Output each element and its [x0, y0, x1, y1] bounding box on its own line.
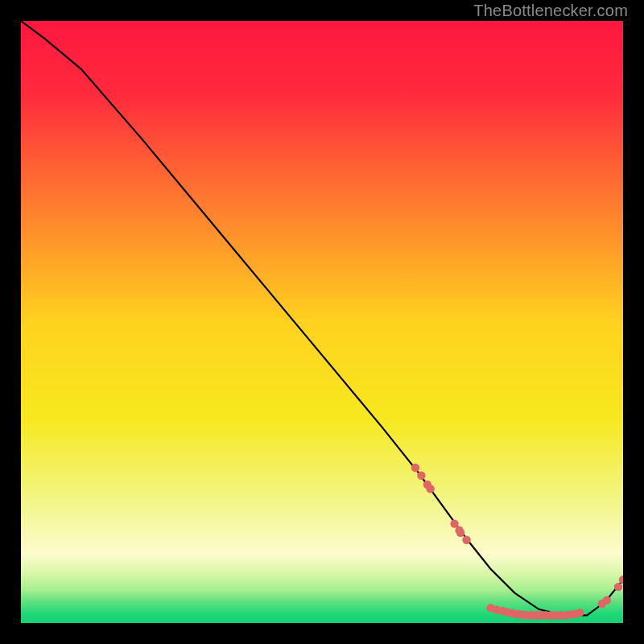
data-point [576, 609, 584, 617]
plot-area [21, 21, 623, 623]
data-point [614, 583, 622, 591]
data-point [426, 485, 434, 493]
attribution-text: TheBottlenecker.com [473, 2, 628, 20]
gradient-background [21, 21, 623, 623]
chart-svg [21, 21, 623, 623]
chart-container: TheBottlenecker.com [0, 0, 644, 644]
data-point [411, 464, 419, 472]
data-point [456, 529, 464, 537]
data-point [417, 472, 425, 480]
data-point [462, 536, 470, 544]
data-point [603, 596, 611, 604]
